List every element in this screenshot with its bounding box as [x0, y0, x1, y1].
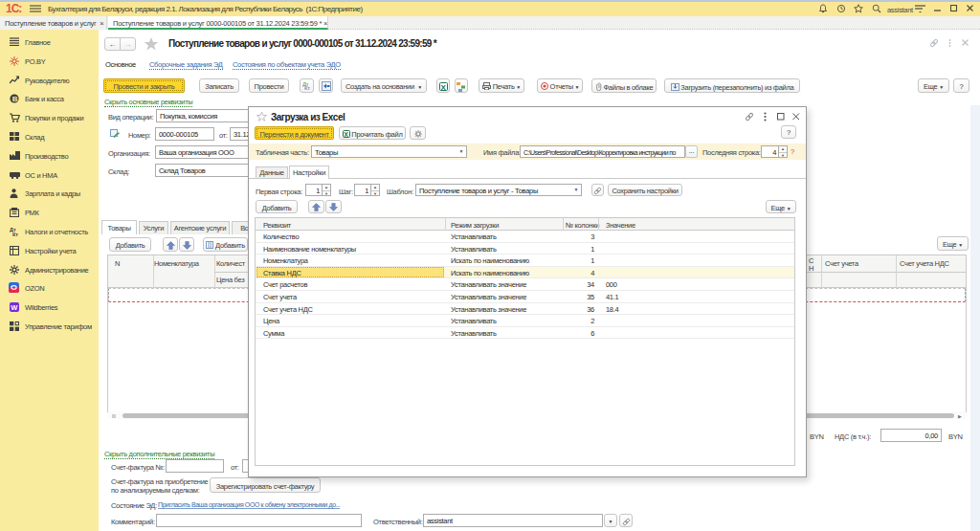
- svg-text:W: W: [11, 303, 18, 312]
- svg-text:X: X: [344, 131, 348, 138]
- svg-text:Кт: Кт: [12, 232, 18, 236]
- svg-text:Кт: Кт: [304, 85, 310, 90]
- svg-text:В: В: [12, 95, 18, 103]
- svg-text:1С:: 1С:: [6, 3, 21, 14]
